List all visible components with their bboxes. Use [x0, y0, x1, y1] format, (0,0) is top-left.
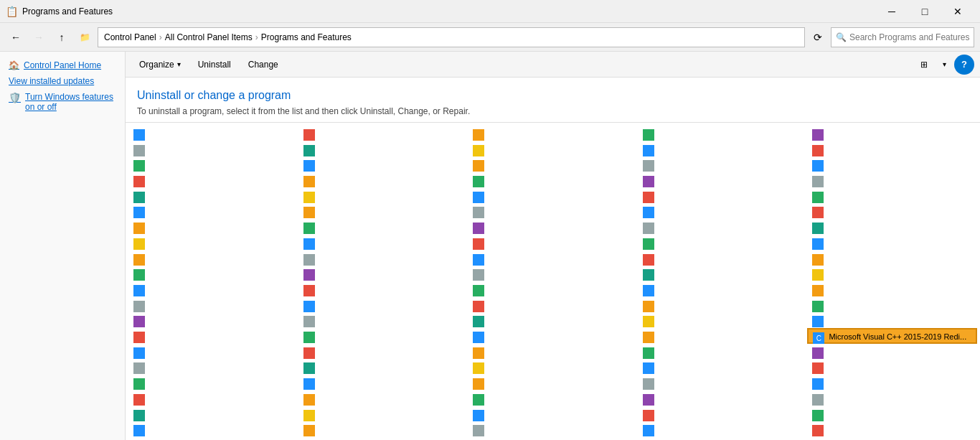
list-item[interactable]: C Microsoft Visual C++ 2015-2019 Redi...	[807, 328, 977, 344]
list-item[interactable]	[807, 266, 977, 281]
view-dropdown-button[interactable]: ▾	[934, 55, 954, 75]
close-button[interactable]: ✕	[941, 0, 974, 23]
uninstall-button[interactable]: Uninstall	[190, 55, 239, 75]
minimize-button[interactable]: ─	[875, 0, 908, 23]
list-item[interactable]	[298, 141, 468, 157]
list-item[interactable]	[638, 266, 808, 281]
list-item[interactable]	[638, 312, 808, 328]
list-item[interactable]	[638, 141, 808, 157]
list-item[interactable]	[128, 203, 298, 219]
list-item[interactable]	[298, 126, 468, 141]
search-input[interactable]	[849, 32, 969, 42]
list-item[interactable]	[468, 359, 638, 375]
list-item[interactable]	[638, 297, 808, 313]
list-item[interactable]	[298, 406, 468, 422]
list-item[interactable]	[298, 266, 468, 281]
list-item[interactable]	[298, 297, 468, 313]
list-item[interactable]	[128, 266, 298, 281]
organize-button[interactable]: Organize ▾	[131, 55, 189, 75]
list-item[interactable]	[807, 188, 977, 204]
list-item[interactable]	[468, 172, 638, 188]
list-item[interactable]	[807, 406, 977, 422]
list-item[interactable]	[638, 156, 808, 172]
list-item[interactable]	[638, 281, 808, 297]
search-box[interactable]: 🔍	[831, 27, 974, 47]
list-item[interactable]	[807, 172, 977, 188]
list-item[interactable]	[128, 235, 298, 251]
list-item[interactable]	[298, 172, 468, 188]
list-item[interactable]	[807, 297, 977, 313]
list-item[interactable]	[298, 251, 468, 266]
list-item[interactable]	[638, 251, 808, 266]
list-item[interactable]	[807, 141, 977, 157]
list-item[interactable]	[298, 156, 468, 172]
list-item[interactable]	[807, 219, 977, 235]
list-item[interactable]	[468, 235, 638, 251]
list-item[interactable]	[298, 219, 468, 235]
list-item[interactable]	[638, 406, 808, 422]
list-item[interactable]	[298, 328, 468, 344]
list-item[interactable]	[128, 251, 298, 266]
list-item[interactable]	[468, 421, 638, 437]
list-item[interactable]	[807, 126, 977, 141]
list-item[interactable]	[128, 344, 298, 360]
list-item[interactable]	[298, 344, 468, 360]
list-item[interactable]	[298, 188, 468, 204]
list-item[interactable]	[128, 421, 298, 437]
list-item[interactable]	[638, 203, 808, 219]
list-item[interactable]	[807, 375, 977, 390]
list-item[interactable]	[807, 281, 977, 297]
list-item[interactable]	[638, 126, 808, 141]
list-item[interactable]	[638, 344, 808, 360]
list-item[interactable]	[468, 156, 638, 172]
list-item[interactable]	[807, 312, 977, 328]
list-item[interactable]	[638, 219, 808, 235]
list-item[interactable]	[128, 297, 298, 313]
list-item[interactable]	[128, 406, 298, 422]
list-item[interactable]	[298, 235, 468, 251]
list-item[interactable]	[128, 126, 298, 141]
list-item[interactable]	[128, 312, 298, 328]
list-item[interactable]	[468, 297, 638, 313]
help-button[interactable]: ?	[954, 55, 974, 75]
list-item[interactable]	[807, 421, 977, 437]
forward-button[interactable]: →	[29, 27, 49, 47]
list-item[interactable]	[468, 126, 638, 141]
change-button[interactable]: Change	[240, 55, 286, 75]
list-item[interactable]	[298, 421, 468, 437]
list-item[interactable]	[468, 406, 638, 422]
list-item[interactable]	[128, 156, 298, 172]
list-item[interactable]	[128, 188, 298, 204]
list-item[interactable]	[128, 328, 298, 344]
list-item[interactable]	[128, 219, 298, 235]
list-item[interactable]	[638, 421, 808, 437]
up-button[interactable]: ↑	[52, 27, 72, 47]
list-item[interactable]	[468, 281, 638, 297]
list-item[interactable]	[128, 172, 298, 188]
back-button[interactable]: ←	[6, 27, 26, 47]
list-item[interactable]	[807, 359, 977, 375]
list-item[interactable]	[468, 203, 638, 219]
list-item[interactable]	[807, 390, 977, 406]
list-item[interactable]	[298, 375, 468, 390]
list-item[interactable]	[468, 312, 638, 328]
sidebar-item-windows-features[interactable]: 🛡️ Turn Windows features on or off	[0, 89, 125, 115]
list-item[interactable]	[298, 359, 468, 375]
list-item[interactable]	[468, 328, 638, 344]
list-item[interactable]	[298, 312, 468, 328]
list-item[interactable]	[638, 328, 808, 344]
list-item[interactable]	[128, 281, 298, 297]
address-path[interactable]: Control Panel › All Control Panel Items …	[98, 27, 805, 47]
list-item[interactable]	[638, 188, 808, 204]
list-item[interactable]	[807, 251, 977, 266]
list-item[interactable]	[298, 281, 468, 297]
maximize-button[interactable]: □	[908, 0, 941, 23]
list-item[interactable]	[638, 390, 808, 406]
view-toggle-button[interactable]: ⊞	[914, 55, 934, 75]
list-item[interactable]	[468, 390, 638, 406]
sidebar-item-control-panel-home[interactable]: 🏠 Control Panel Home	[0, 57, 125, 73]
list-item[interactable]	[468, 251, 638, 266]
list-item[interactable]	[128, 359, 298, 375]
list-item[interactable]	[468, 266, 638, 281]
list-item[interactable]	[298, 203, 468, 219]
